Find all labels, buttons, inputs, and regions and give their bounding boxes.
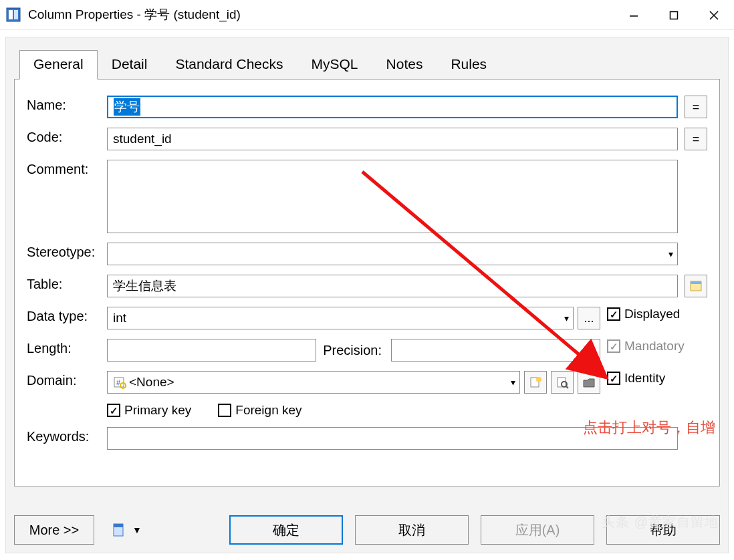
code-sync-button[interactable]: = (685, 128, 707, 150)
label-length: Length: (27, 339, 107, 356)
domain-new-button[interactable] (524, 371, 547, 394)
app-icon (5, 7, 21, 23)
stereotype-combo[interactable]: ▾ (107, 243, 678, 265)
window-controls (614, 0, 734, 29)
annotation-text: 点击打上对号，自增 (583, 418, 715, 438)
datatype-value: int (113, 311, 126, 325)
identity-checkbox[interactable]: Identity (607, 371, 665, 386)
label-precision: Precision: (320, 343, 387, 358)
label-keywords: Keywords: (27, 427, 107, 444)
length-field[interactable] (107, 339, 316, 362)
tab-mysql[interactable]: MySQL (297, 50, 372, 80)
primarykey-checkbox[interactable]: Primary key (107, 403, 191, 418)
name-sync-button[interactable]: = (685, 96, 707, 118)
label-code: Code: (27, 128, 107, 145)
close-button[interactable] (694, 0, 734, 30)
chevron-down-icon: ▼ (132, 525, 142, 535)
label-datatype: Data type: (27, 307, 107, 324)
window-title: Column Properties - 学号 (student_id) (28, 6, 614, 23)
datatype-combo[interactable]: int ▾ (107, 307, 574, 329)
code-field[interactable] (107, 128, 678, 150)
minimize-button[interactable] (614, 0, 654, 30)
svg-line-17 (566, 386, 568, 388)
resource-icon (111, 521, 128, 539)
svg-rect-2 (14, 10, 18, 19)
chevron-down-icon: ▾ (564, 313, 569, 323)
domain-open-button[interactable] (578, 371, 600, 394)
ok-button[interactable]: 确定 (229, 515, 343, 545)
precision-field[interactable] (391, 339, 600, 362)
label-stereotype: Stereotype: (27, 243, 107, 260)
domain-icon: # (113, 376, 126, 389)
svg-rect-4 (670, 11, 678, 19)
cancel-button[interactable]: 取消 (355, 515, 469, 545)
comment-field[interactable] (107, 160, 678, 233)
svg-rect-9 (691, 281, 701, 284)
titlebar: Column Properties - 学号 (student_id) (0, 0, 734, 30)
more-button[interactable]: More >> (14, 515, 94, 545)
chevron-down-icon: ▾ (668, 249, 673, 259)
label-domain: Domain: (27, 371, 107, 388)
chevron-down-icon: ▾ (511, 377, 515, 388)
svg-rect-1 (9, 10, 13, 19)
tab-standard-checks[interactable]: Standard Checks (161, 50, 297, 80)
domain-combo[interactable]: # <None> ▾ (107, 371, 520, 394)
dialog-body: General Detail Standard Checks MySQL Not… (5, 37, 729, 553)
svg-point-14 (536, 377, 541, 382)
svg-rect-19 (114, 524, 123, 527)
apply-button[interactable]: 应用(A) (481, 515, 594, 545)
name-value: 学号 (114, 98, 140, 116)
displayed-checkbox[interactable]: Displayed (607, 307, 680, 321)
tab-general[interactable]: General (19, 50, 98, 80)
watermark-text: 头条 @黄家自留地 (602, 513, 719, 531)
domain-find-button[interactable] (551, 371, 574, 394)
maximize-button[interactable] (654, 0, 694, 30)
tabpane-general: Name: 学号 = Code: = Comment: Stereotype: (14, 79, 720, 486)
table-properties-button[interactable] (685, 275, 707, 297)
table-field[interactable] (107, 275, 678, 297)
label-name: Name: (27, 96, 107, 113)
datatype-browse-button[interactable]: ... (578, 307, 600, 329)
domain-value: <None> (129, 375, 174, 390)
tab-rules[interactable]: Rules (437, 50, 501, 80)
label-table: Table: (27, 275, 107, 292)
mandatory-checkbox: Mandatory (607, 339, 685, 354)
tab-notes[interactable]: Notes (372, 50, 437, 80)
tab-detail[interactable]: Detail (98, 50, 162, 80)
label-comment: Comment: (27, 160, 107, 177)
name-field[interactable]: 学号 (107, 96, 678, 118)
resource-dropdown[interactable]: ▼ (106, 515, 146, 545)
tabstrip: General Detail Standard Checks MySQL Not… (19, 49, 720, 79)
foreignkey-checkbox[interactable]: Foreign key (218, 403, 301, 418)
